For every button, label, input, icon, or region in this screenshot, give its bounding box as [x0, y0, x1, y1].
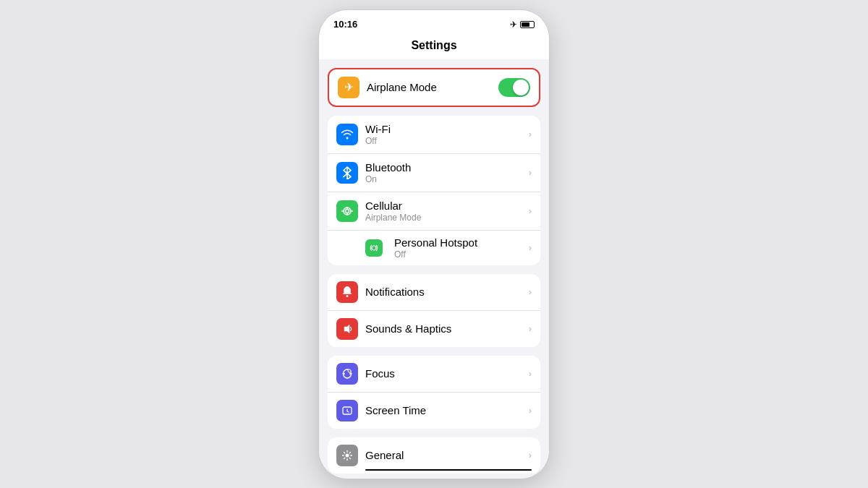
notifications-section: Notifications › Sounds & Haptics › [328, 274, 540, 347]
focus-icon: 🌙 [336, 363, 358, 385]
status-bar: 10:16 ✈ [319, 10, 549, 36]
wifi-row[interactable]: Wi-Fi Off › [328, 116, 540, 154]
general-row[interactable]: General › [328, 437, 540, 474]
screentime-row[interactable]: Screen Time › [328, 393, 540, 429]
bluetooth-sublabel: On [365, 174, 529, 184]
sounds-content: Sounds & Haptics [365, 322, 529, 335]
sounds-label: Sounds & Haptics [365, 322, 529, 335]
bluetooth-icon [336, 162, 358, 184]
hotspot-row[interactable]: Personal Hotspot Off › [328, 230, 540, 265]
notifications-label: Notifications [365, 286, 529, 298]
battery-icon [520, 21, 535, 28]
svg-text:🌙: 🌙 [349, 369, 352, 372]
airplane-mode-toggle[interactable] [498, 78, 530, 97]
general-chevron: › [529, 450, 532, 461]
sounds-icon [336, 318, 358, 340]
cellular-content: Cellular Airplane Mode [365, 200, 529, 223]
notifications-icon [336, 281, 358, 303]
screentime-content: Screen Time [365, 404, 529, 416]
hotspot-content: Personal Hotspot Off [394, 236, 529, 260]
airplane-mode-content: Airplane Mode [367, 81, 498, 93]
hotspot-label: Personal Hotspot [394, 236, 477, 249]
focus-right: › [529, 368, 532, 379]
status-time: 10:16 [333, 19, 357, 30]
cellular-chevron: › [529, 205, 532, 216]
page-title: Settings [319, 36, 549, 59]
wifi-chevron: › [529, 129, 532, 140]
screentime-right: › [529, 405, 532, 416]
notifications-content: Notifications [365, 286, 529, 298]
screentime-chevron: › [529, 405, 532, 416]
airplane-mode-icon: ✈ [510, 20, 517, 30]
svg-point-7 [346, 295, 349, 297]
airplane-toggle-container [498, 78, 530, 97]
toggle-knob [513, 80, 529, 95]
svg-point-6 [372, 246, 376, 250]
airplane-mode-label: Airplane Mode [367, 81, 498, 93]
sounds-row[interactable]: Sounds & Haptics › [328, 311, 540, 347]
bluetooth-content: Bluetooth On [365, 161, 529, 184]
focus-section: 🌙 Focus › Screen Time [328, 356, 540, 429]
bluetooth-chevron: › [529, 167, 532, 178]
notifications-chevron: › [529, 286, 532, 297]
svg-point-12 [346, 453, 349, 457]
wifi-right: › [529, 129, 532, 140]
bluetooth-row[interactable]: Bluetooth On › [328, 154, 540, 192]
wifi-icon [336, 124, 358, 145]
cellular-icon [336, 200, 358, 222]
cellular-row[interactable]: Cellular Airplane Mode › [328, 192, 540, 230]
focus-row[interactable]: 🌙 Focus › [328, 356, 540, 393]
general-icon [336, 445, 358, 466]
bluetooth-label: Bluetooth [365, 161, 529, 174]
settings-scroll: ✈ Airplane Mode [319, 59, 549, 479]
bluetooth-right: › [529, 167, 532, 178]
airplane-mode-icon: ✈ [338, 77, 359, 98]
general-underline [365, 469, 532, 471]
cellular-sublabel: Airplane Mode [365, 213, 529, 223]
wifi-label: Wi-Fi [365, 123, 529, 135]
general-content: General [365, 449, 529, 461]
svg-marker-8 [344, 325, 349, 333]
wifi-content: Wi-Fi Off [365, 123, 529, 146]
airplane-mode-section: ✈ Airplane Mode [328, 68, 540, 107]
hotspot-icon [365, 239, 383, 257]
airplane-mode-row[interactable]: ✈ Airplane Mode [329, 69, 539, 106]
sounds-right: › [529, 323, 532, 334]
hotspot-chevron: › [529, 242, 532, 253]
focus-label: Focus [365, 367, 529, 380]
status-icons: ✈ [510, 20, 535, 30]
notifications-right: › [529, 286, 532, 297]
focus-content: Focus [365, 367, 529, 380]
cellular-label: Cellular [365, 200, 529, 212]
hotspot-sublabel: Off [394, 249, 529, 260]
screentime-icon [336, 400, 358, 421]
general-label: General [365, 449, 529, 461]
focus-chevron: › [529, 368, 532, 379]
wifi-sublabel: Off [365, 136, 529, 146]
connectivity-section: Wi-Fi Off › Bluetooth On [328, 116, 540, 265]
svg-point-1 [346, 209, 349, 213]
sounds-chevron: › [529, 323, 532, 334]
screentime-label: Screen Time [365, 404, 529, 416]
general-section: General › [328, 437, 540, 474]
cellular-right: › [529, 205, 532, 216]
notifications-row[interactable]: Notifications › [328, 274, 540, 311]
general-right: › [529, 450, 532, 461]
phone-frame: 10:16 ✈ Settings ✈ Airplane Mode [318, 9, 550, 479]
